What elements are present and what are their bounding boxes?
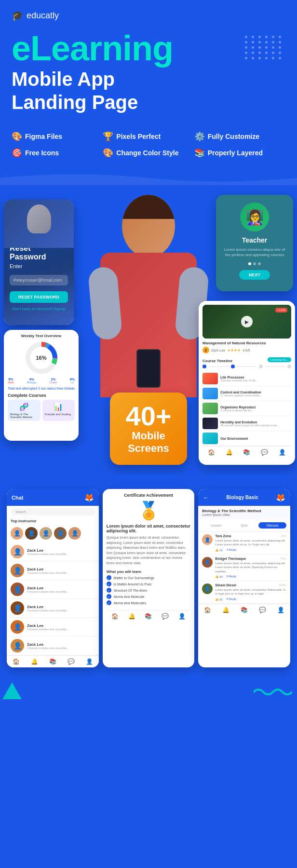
back-arrow[interactable]: ← [203, 494, 209, 501]
chat-list-item[interactable]: 👤 Zack Lee4 lesson includes lots of prof… [7, 561, 99, 580]
chat-list: 👤 Zack Lee4 lesson includes lots of prof… [7, 542, 99, 655]
svg-marker-6 [2, 682, 22, 699]
chat-nav-profile[interactable]: 👤 [86, 658, 93, 665]
teacher-card: 👩‍🏫 Teacher Lorem ipsum consecu aliqua o… [216, 195, 293, 291]
reply-1[interactable]: 4 Reply [227, 548, 236, 552]
course-cards: 🧬 Biology & The Scientific Method 📊 Frac… [8, 400, 75, 421]
donut-chart: 16% [8, 341, 75, 375]
nav-courses[interactable]: 📚 [243, 449, 250, 456]
check-icon-3: ✓ [107, 588, 111, 593]
course-thumb-3 [202, 403, 218, 414]
comment-avatar-3: 👤 [202, 583, 213, 594]
squiggle-decoration [254, 685, 292, 701]
logo-icon: 🎓 [12, 10, 24, 21]
pixels-icon: 🏆 [103, 131, 113, 142]
weekly-title: Weekly Test Overview [8, 334, 75, 338]
instructor-avatar-4[interactable]: 👤 [54, 527, 67, 540]
like-count-2[interactable]: 👍 24 [215, 575, 222, 578]
reset-email-input[interactable]: Peteycruiser@hmail.com [10, 275, 68, 285]
nav-profile[interactable]: 👤 [279, 449, 286, 456]
bio-nav-book[interactable]: 📚 [241, 607, 248, 613]
woman-illustration [100, 195, 197, 397]
donut-center-value: 16% [36, 355, 46, 361]
chat-nav-chat[interactable]: 💬 [68, 658, 75, 665]
nav-chat[interactable]: 💬 [261, 449, 268, 456]
teacher-next-button[interactable]: NEXT [239, 270, 270, 280]
instructor-avatar-5[interactable]: 👤 [68, 527, 81, 540]
chat-list-item[interactable]: 👤 Zack Lee4 lesson includes lots of prof… [7, 542, 99, 561]
reset-button[interactable]: RESET PASSWORD [10, 291, 68, 303]
chat-list-item[interactable]: 👤 Zack Lee4 lesson includes lots of prof… [7, 599, 99, 618]
cert-nav-book[interactable]: 📚 [145, 613, 152, 620]
reply-2[interactable]: 6 Reply [227, 575, 236, 578]
nav-home[interactable]: 🏠 [208, 449, 215, 456]
teacher-description: Lorem ipsum consecu aliqua one of the pr… [222, 247, 287, 258]
certificate-medal: 🏅 [107, 501, 191, 521]
list-item: Heredity and Evolution 48 Lesson lorem i… [202, 416, 291, 431]
course-rating: ★★★★ [227, 348, 241, 353]
course-card-2: 📊 Fractals and Scaling [42, 400, 75, 421]
course-thumb-2 [202, 388, 218, 399]
certificate-phone: Certificate Achievement 🏅 Lorem ipsum do… [103, 489, 195, 667]
like-count-3[interactable]: 👍 31 [215, 597, 222, 601]
biology-course-info: Biology & The Scientific Method Lorem ip… [198, 506, 290, 519]
certificate-screen: Certificate Achievement 🏅 Lorem ipsum do… [103, 489, 195, 626]
certificate-title: Certificate Achievement [107, 493, 191, 498]
cert-nav-profile[interactable]: 👤 [178, 613, 186, 620]
course-author: Zach Lee [211, 349, 225, 352]
cert-nav-notif[interactable]: 🔔 [128, 613, 135, 620]
bio-nav-profile[interactable]: 👤 [277, 607, 284, 613]
like-count-1[interactable]: 👍 12 [215, 548, 222, 552]
bio-bottom-nav: 🏠 🔔 📚 💬 👤 [198, 604, 290, 616]
course-card-1: 🧬 Biology & The Scientific Method [8, 400, 40, 421]
header: 🎓 educatly [0, 0, 297, 26]
tab-quiz[interactable]: Quiz [230, 522, 258, 529]
instructor-avatar-1[interactable]: 👤 [11, 527, 23, 540]
feature-figma: 🎨 Figma Files [12, 131, 103, 142]
bio-nav-notif[interactable]: 🔔 [222, 607, 230, 613]
cert-nav-chat[interactable]: 💬 [162, 613, 169, 620]
course-thumb-5 [202, 433, 218, 444]
logo-text: educatly [27, 11, 59, 21]
course-rating-value: 4.6/5 [243, 349, 250, 352]
instructor-avatar-2[interactable]: 👤 [25, 527, 38, 540]
cert-nav-home[interactable]: 🏠 [111, 613, 119, 620]
tab-discuss[interactable]: Discuss [258, 522, 286, 529]
mockups-area: Reset Password Enter Peteycruiser@hmail.… [0, 185, 297, 475]
chat-nav-notif[interactable]: 🔔 [31, 658, 38, 665]
bio-nav-chat[interactable]: 💬 [259, 607, 266, 613]
chat-list-item[interactable]: 👤 Zack Lee4 lesson includes lots of prof… [7, 618, 99, 637]
reset-footer: Don't have an account? Signup [10, 307, 68, 311]
search-placeholder[interactable]: Search [11, 508, 95, 515]
comment-2: 👤 Bridget Therieaque 5mn Lorem ipsum dol… [198, 555, 290, 581]
layered-icon: 📚 [194, 148, 205, 158]
chat-avatar: 👤 [11, 583, 24, 596]
learn-item-4: ✓ Atoms And Molecule [107, 594, 191, 599]
list-item: Our Environment [202, 431, 291, 446]
certificate-heading: Lorem ipsum dolor sit amet, consectetur … [107, 524, 191, 533]
list-item: Organisms Reproduci A course includes al… [202, 401, 291, 416]
play-button[interactable]: ▶ [241, 316, 253, 327]
icons-icon: 🎯 [12, 148, 22, 158]
reset-password-phone: Reset Password Enter Peteycruiser@hmail.… [4, 200, 74, 325]
reply-3[interactable]: 8 Reply [227, 597, 236, 601]
chat-list-item[interactable]: 👤 Zack Lee4 lesson includes lots of prof… [7, 580, 99, 599]
course-thumb-4 [202, 418, 218, 429]
comment-actions-3: 👍 31 8 Reply [215, 597, 286, 601]
wave-divider [0, 171, 297, 185]
badge-text: Mobile Screens [128, 430, 169, 455]
instructor-avatar-3[interactable]: 👤 [40, 527, 52, 540]
chat-list-item[interactable]: 👤 Zack Lee4 lesson includes lots of prof… [7, 637, 99, 655]
chat-nav-home[interactable]: 🏠 [13, 658, 20, 665]
screens-section: Reset Password Enter Peteycruiser@hmail.… [0, 171, 297, 706]
tab-lesson[interactable]: Lesson [202, 522, 230, 529]
chat-nav-book[interactable]: 📚 [49, 658, 56, 665]
biology-phone: ← Biology Basic 🦊 Biology & The Scientif… [198, 489, 290, 667]
learn-item-2: ✓ Is Matter Around Us Pure [107, 582, 191, 586]
comment-actions-1: 👍 12 4 Reply [215, 548, 286, 552]
list-item: Control and Coordination 17 lecture upda… [202, 386, 291, 401]
nav-notification[interactable]: 🔔 [226, 449, 233, 456]
chat-phone: Chat 🦊 Search Top Instructor 👤 👤 👤 👤 [7, 489, 99, 667]
bio-nav-home[interactable]: 🏠 [204, 607, 211, 613]
timeline [202, 365, 291, 368]
